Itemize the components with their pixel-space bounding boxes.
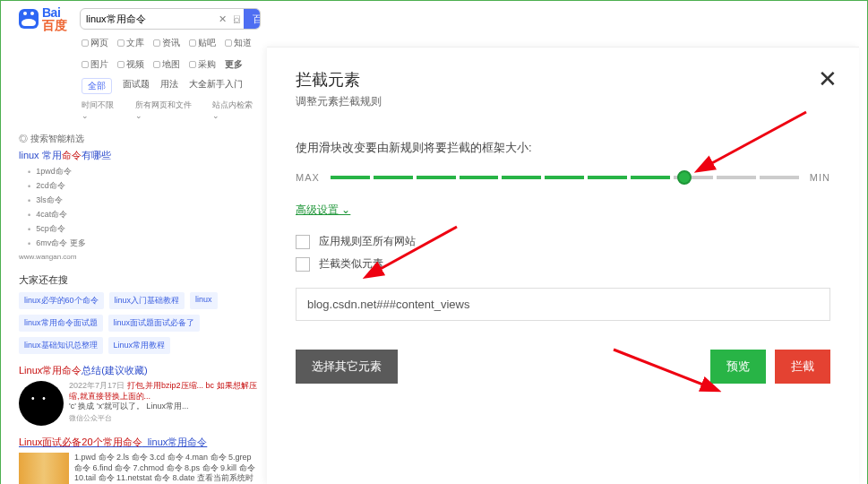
result-title[interactable]: linux 常用命令有哪些 [19, 150, 111, 160]
result-snippet: 1.pwd 命令 2.ls 命令 3.cd 命令 4.man 命令 5.grep… [74, 453, 261, 484]
result-title[interactable]: Linux面试必备20个常用命令_linux常用命令 [19, 436, 207, 447]
search-button[interactable]: 百度一下 [244, 9, 261, 29]
select-other-button[interactable]: 选择其它元素 [296, 350, 398, 384]
related-tag[interactable]: linux基础知识总整理 [19, 337, 103, 354]
category-tabs: 网页 文库 资讯 贴吧 知道 图片 视频 地图 采购 更多 [82, 37, 261, 71]
rule-input[interactable] [296, 288, 830, 321]
modal-title: 拦截元素 [296, 69, 830, 91]
subfilter-filetype[interactable]: 所有网页和文件 [135, 99, 200, 120]
list-item[interactable]: 6mv命令 更多 [28, 238, 261, 249]
result-source: www.wangan.com [19, 253, 261, 261]
subfilter-site[interactable]: 站点内检索 [212, 99, 261, 120]
related-tag[interactable]: linux [190, 292, 218, 309]
logo-text-top: Bai [42, 6, 67, 19]
tab-more[interactable]: 更多 [225, 58, 243, 71]
search-bar: ✕ ⌼ 百度一下 [80, 8, 261, 30]
related-tag[interactable]: linux必学的60个命令 [19, 292, 104, 309]
tab-map[interactable]: 地图 [153, 58, 180, 71]
filter-item[interactable]: 用法 [160, 78, 178, 94]
tab-wenku[interactable]: 文库 [117, 37, 144, 49]
baidu-logo[interactable]: Bai 百度 [19, 6, 67, 31]
result-thumbnail [19, 453, 69, 484]
apply-all-sites-checkbox[interactable] [296, 235, 310, 249]
advanced-settings-link[interactable]: 高级设置 [296, 203, 350, 218]
result-title[interactable]: Linux常用命令总结(建议收藏) [19, 365, 148, 376]
subfilter-time[interactable]: 时间不限 [82, 99, 123, 120]
also-viewed-title: 大家还在搜 [19, 273, 261, 287]
list-item[interactable]: 2cd命令 [28, 180, 261, 192]
block-element-modal: ✕ 拦截元素 调整元素拦截规则 使用滑块改变要由新规则将要拦截的框架大小: MA… [267, 47, 859, 484]
related-tag[interactable]: linux常用命令面试题 [19, 315, 103, 332]
list-item[interactable]: 1pwd命令 [28, 166, 261, 177]
apply-all-sites-label: 应用规则至所有网站 [319, 234, 416, 249]
related-tag[interactable]: linux入门基础教程 [109, 292, 185, 309]
related-tag[interactable]: Linux常用教程 [108, 337, 171, 354]
tab-web[interactable]: 网页 [82, 37, 108, 49]
block-button[interactable]: 拦截 [775, 350, 830, 384]
search-input[interactable] [81, 13, 215, 24]
tab-zhidao[interactable]: 知道 [225, 37, 252, 49]
slider-min-label: MIN [810, 172, 830, 183]
tab-news[interactable]: 资讯 [153, 37, 180, 49]
slider-max-label: MAX [296, 172, 320, 183]
block-similar-checkbox[interactable] [296, 257, 310, 272]
tab-video[interactable]: 视频 [117, 58, 144, 71]
slider-handle[interactable] [677, 170, 692, 185]
close-icon[interactable]: ✕ [818, 65, 838, 93]
list-item[interactable]: 4cat命令 [28, 209, 261, 220]
related-tag[interactable]: linux面试题面试必备了 [108, 315, 201, 332]
filter-item[interactable]: 面试题 [123, 78, 150, 94]
tab-buy[interactable]: 采购 [189, 58, 216, 71]
filter-all[interactable]: 全部 [82, 78, 112, 94]
paw-icon [19, 9, 39, 29]
logo-text-bottom: 百度 [42, 19, 67, 31]
clear-icon[interactable]: ✕ [219, 12, 227, 26]
filter-item[interactable]: 大全新手入门 [189, 78, 243, 94]
result-thumbnail [19, 381, 64, 426]
block-similar-label: 拦截类似元素 [319, 256, 383, 272]
list-item[interactable]: 3ls命令 [28, 194, 261, 206]
camera-icon[interactable]: ⌼ [234, 12, 240, 26]
preview-button[interactable]: 预览 [710, 350, 766, 384]
modal-subtitle: 调整元素拦截规则 [296, 94, 830, 109]
size-slider[interactable] [331, 176, 799, 179]
result-snippet: 2022年7月17日 打包,并用bzip2压缩... bc 如果想解压缩,就直接… [69, 381, 261, 426]
slider-label: 使用滑块改变要由新规则将要拦截的框架大小: [296, 140, 830, 156]
tab-tieba[interactable]: 贴吧 [189, 37, 216, 49]
smart-section-title: 搜索智能精选 [19, 133, 261, 145]
tab-image[interactable]: 图片 [82, 58, 108, 71]
list-item[interactable]: 5cp命令 [28, 223, 261, 235]
